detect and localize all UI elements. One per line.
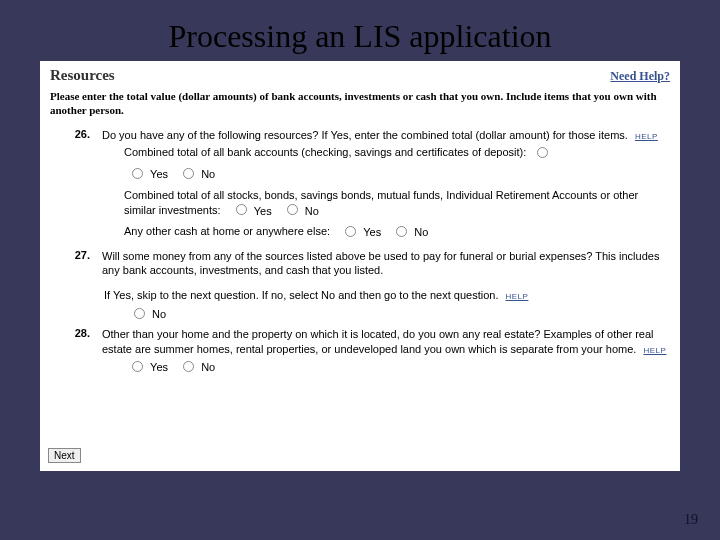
q26-stocks-yes-radio[interactable] — [236, 204, 247, 215]
q27-no-radio[interactable] — [134, 308, 145, 319]
q28-yes-label: Yes — [150, 361, 168, 373]
help-link[interactable]: HELP — [502, 292, 529, 301]
question-27: 27. Will some money from any of the sour… — [48, 247, 672, 283]
q28-no-radio[interactable] — [183, 361, 194, 372]
q26-bank-no-label: No — [201, 168, 215, 180]
section-title-resources: Resources — [50, 67, 115, 84]
q26-cash-no-label: No — [414, 226, 428, 238]
q27-no-label: No — [152, 308, 166, 320]
q26-stocks-yes-label: Yes — [254, 204, 272, 216]
question-27-text: Will some money from any of the sources … — [102, 249, 670, 279]
need-help-link[interactable]: Need Help? — [610, 69, 670, 84]
next-button[interactable]: Next — [48, 448, 81, 463]
q26-cash-yes-radio[interactable] — [345, 226, 356, 237]
q26-bank-radio[interactable] — [537, 147, 548, 158]
q27-skip-instruction: If Yes, skip to the next question. If no… — [104, 289, 498, 301]
q26-cash-no-radio[interactable] — [396, 226, 407, 237]
q28-yes-radio[interactable] — [132, 361, 143, 372]
section-instructions: Please enter the total value (dollar amo… — [48, 86, 672, 126]
question-26-text: Do you have any of the following resourc… — [102, 129, 628, 141]
page-number: 19 — [684, 512, 698, 528]
q28-no-label: No — [201, 361, 215, 373]
question-number: 28. — [50, 327, 102, 339]
q26-cash-yes-label: Yes — [363, 226, 381, 238]
form-panel: Resources Need Help? Please enter the to… — [40, 61, 680, 471]
question-number: 27. — [50, 249, 102, 261]
slide-title: Processing an LIS application — [0, 0, 720, 61]
q26-stocks-no-label: No — [305, 204, 319, 216]
q26-cash-label: Any other cash at home or anywhere else: — [124, 225, 330, 237]
question-28: 28. Other than your home and the propert… — [48, 325, 672, 382]
q26-stocks-label: Combined total of all stocks, bonds, sav… — [124, 189, 638, 216]
q26-bank-yes-label: Yes — [150, 168, 168, 180]
question-28-text: Other than your home and the property on… — [102, 328, 654, 355]
help-link[interactable]: HELP — [639, 346, 666, 355]
q26-bank-no-radio[interactable] — [183, 168, 194, 179]
question-number: 26. — [50, 128, 102, 140]
q26-stocks-no-radio[interactable] — [287, 204, 298, 215]
q26-bank-label: Combined total of all bank accounts (che… — [124, 146, 526, 158]
question-26: 26. Do you have any of the following res… — [48, 126, 672, 247]
q26-bank-yes-radio[interactable] — [132, 168, 143, 179]
help-link[interactable]: HELP — [631, 132, 658, 141]
